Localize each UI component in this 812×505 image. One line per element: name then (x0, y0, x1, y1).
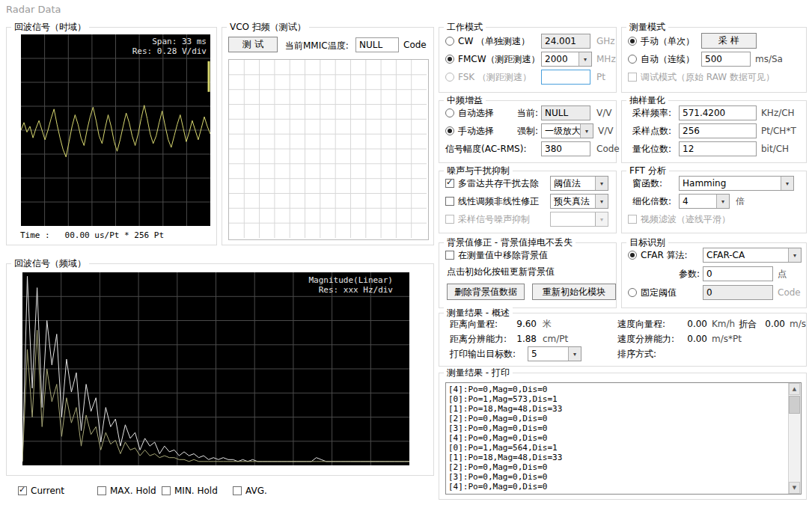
group-echo-time: 回波信号（时域） Span: 33 ms Res: 0.28 V/div Tim… (6, 27, 217, 245)
speed-res-unit: m/s*Pt (712, 334, 742, 344)
fft-zoom-combo[interactable]: 4 ▾ (679, 194, 730, 209)
print-count-combo[interactable]: 5 ▾ (528, 346, 581, 361)
debug-mode-label: 调试模式（原始 RAW 数据可见） (641, 71, 775, 84)
radar-coexist-combo[interactable]: 阈值法 ▾ (550, 176, 608, 191)
cfar-param-field[interactable]: 0 (703, 266, 773, 281)
range-res-value: 1.88 (508, 334, 537, 344)
linear-correct-combo[interactable]: 预失真法 ▾ (550, 194, 608, 209)
auto-mode-label: 自动（连续） (641, 53, 695, 66)
video-filter-checkbox[interactable] (628, 215, 637, 224)
range-unit: 米 (543, 318, 552, 331)
video-filter-row: 视频滤波（迹线平滑） (628, 212, 803, 227)
cfar-row: CFAR 算法: CFAR-CA ▾ (628, 248, 803, 263)
min-hold-checkbox[interactable] (162, 486, 171, 495)
group-vco-sweep: VCO 扫频（测试） 测 试 当前MMIC温度: NULL Code (222, 27, 434, 245)
dropdown-arrow-icon[interactable]: ▾ (788, 248, 801, 262)
dropdown-arrow-icon[interactable]: ▾ (716, 195, 729, 208)
radar-coexist-checkbox[interactable] (445, 179, 454, 188)
auto-mode-radio[interactable] (628, 55, 637, 64)
cfar-param-label: 参数: (661, 268, 700, 281)
print-listbox[interactable]: [4]:Po=0,Mag=0,Dis=0[0]:Po=1,Mag=573,Dis… (445, 382, 802, 495)
sort-label: 排序方式: (617, 348, 656, 361)
background-remove-checkbox[interactable] (445, 251, 454, 260)
group-fft-title: FFT 分析 (626, 165, 669, 177)
print-line: [4]:Po=0,Mag=0,Dis=0 (448, 482, 787, 492)
linear-correct-label: 线性调频非线性修正 (458, 195, 539, 208)
print-line: [1]:Po=18,Mag=48,Dis=33 (448, 453, 787, 462)
scroll-up-icon[interactable]: ▲ (789, 383, 800, 395)
group-work-mode: 工作模式 CW （单独测速） 24.001 GHz FMCW（测距测速） 200… (439, 27, 617, 93)
fft-zoom-row: 细化倍数: 4 ▾ 倍 (628, 194, 803, 209)
gain-manual-radio[interactable] (445, 126, 454, 135)
cfar-combo[interactable]: CFAR-CA ▾ (703, 248, 802, 263)
fixed-threshold-field[interactable]: 0 (703, 285, 773, 300)
dropdown-arrow-icon[interactable]: ▾ (595, 195, 608, 208)
if-gain-amp-row: 信号幅度(AC-RMS): 380 Code (445, 141, 613, 156)
amp-field[interactable]: 380 (541, 141, 590, 156)
sample-rate-row: 采样频率: 571.4200 KHz/CH (628, 105, 803, 120)
fft-window-combo[interactable]: Hamming ▾ (679, 176, 794, 191)
dropdown-arrow-icon[interactable]: ▾ (595, 177, 608, 190)
fmcw-bandwidth-combo[interactable]: 2000 ▾ (541, 52, 592, 67)
radar-coexist-row: 多雷达共存干扰去除 阈值法 ▾ (445, 176, 613, 191)
dropdown-arrow-icon[interactable]: ▾ (781, 177, 793, 190)
print-count-label: 打印输出目标数: (450, 348, 516, 361)
dropdown-arrow-icon[interactable]: ▾ (568, 347, 581, 361)
dropdown-arrow-icon[interactable]: ▾ (579, 52, 591, 66)
gain-auto-radio[interactable] (445, 108, 454, 117)
print-scrollbar[interactable]: ▲ ▼ (788, 383, 801, 494)
interval-field[interactable]: 500 (701, 52, 751, 67)
linear-correct-checkbox[interactable] (445, 197, 454, 206)
cw-frequency-field[interactable]: 24.001 (541, 34, 590, 49)
sample-button[interactable]: 采 样 (701, 33, 757, 49)
quantize-bits-row: 量化位数: 12 bit/CH (628, 141, 803, 156)
fixed-threshold-radio[interactable] (628, 288, 637, 297)
group-background: 背景值修正 - 背景值掉电不丢失 在测量值中移除背景值 点击初始化按钮更新背景值… (439, 242, 617, 308)
fsk-radio[interactable] (445, 73, 454, 82)
group-if-gain: 中频增益 自动选择 当前: NULL V/V 手动选择 强制: 一级放大 ▾ V… (439, 100, 617, 163)
amp-unit: Code (596, 144, 620, 154)
gain-auto-label: 自动选择 (458, 107, 494, 120)
dropdown-arrow-icon[interactable]: ▾ (580, 124, 593, 138)
max-hold-checkbox[interactable] (97, 486, 106, 495)
range-value: 9.60 (508, 319, 537, 329)
manual-mode-radio[interactable] (628, 37, 637, 46)
fsk-field[interactable] (541, 70, 590, 85)
fmcw-radio[interactable] (445, 55, 454, 64)
dropdown-arrow-icon[interactable]: ▾ (595, 212, 608, 226)
manual-mode-label: 手动（单次） (641, 35, 695, 48)
quantize-bits-field[interactable]: 12 (679, 141, 757, 156)
work-mode-fmcw-row: FMCW（测距测速） 2000 ▾ MHz (445, 52, 613, 67)
current-trace-checkbox[interactable] (18, 486, 27, 495)
group-echo-freq-title: 回波信号（频域） (11, 257, 89, 270)
avg-checkbox[interactable] (233, 486, 242, 495)
fft-window-value: Hamming (680, 178, 781, 189)
delete-background-button[interactable]: 删除背景值数据 (447, 284, 525, 300)
gain-manual-label: 手动选择 (458, 125, 494, 138)
sample-noise-combo[interactable]: ▾ (550, 212, 608, 227)
cfar-radio[interactable] (628, 251, 637, 260)
scrollbar-thumb[interactable] (789, 396, 800, 414)
group-target-title: 目标识别 (626, 236, 668, 249)
background-remove-label: 在测量值中移除背景值 (458, 249, 548, 262)
gain-force-combo[interactable]: 一级放大 ▾ (541, 123, 593, 138)
gain-current-field[interactable]: NULL (541, 105, 590, 120)
debug-mode-checkbox[interactable] (628, 73, 637, 82)
trace-current-control: Current (18, 483, 64, 498)
speed-res-label: 速度分辨能力: (617, 333, 674, 346)
mmic-temp-field[interactable]: NULL (355, 37, 399, 52)
sample-rate-field[interactable]: 571.4200 (679, 105, 757, 120)
sample-noise-checkbox[interactable] (445, 215, 454, 224)
scroll-down-icon[interactable]: ▼ (789, 482, 800, 494)
freq-plot-res-label: Res: xxx Hz/div (319, 285, 393, 295)
vco-test-button[interactable]: 测 试 (228, 37, 278, 52)
measure-manual-row: 手动（单次） 采 样 (628, 34, 803, 49)
reinit-module-button[interactable]: 重新初始化模块 (532, 284, 616, 300)
cw-radio[interactable] (445, 37, 454, 46)
group-summary: 测量结果 - 概述 距离向量程: 9.60 米 速度向量程: 0.00 Km/h… (439, 313, 807, 367)
sample-points-field[interactable]: 256 (679, 123, 757, 138)
mmic-temp-label: 当前MMIC温度: (285, 40, 349, 52)
print-line: [4]:Po=0,Mag=0,Dis=0 (448, 385, 787, 394)
avg-label: AVG. (245, 486, 267, 496)
current-trace-label: Current (31, 486, 64, 496)
